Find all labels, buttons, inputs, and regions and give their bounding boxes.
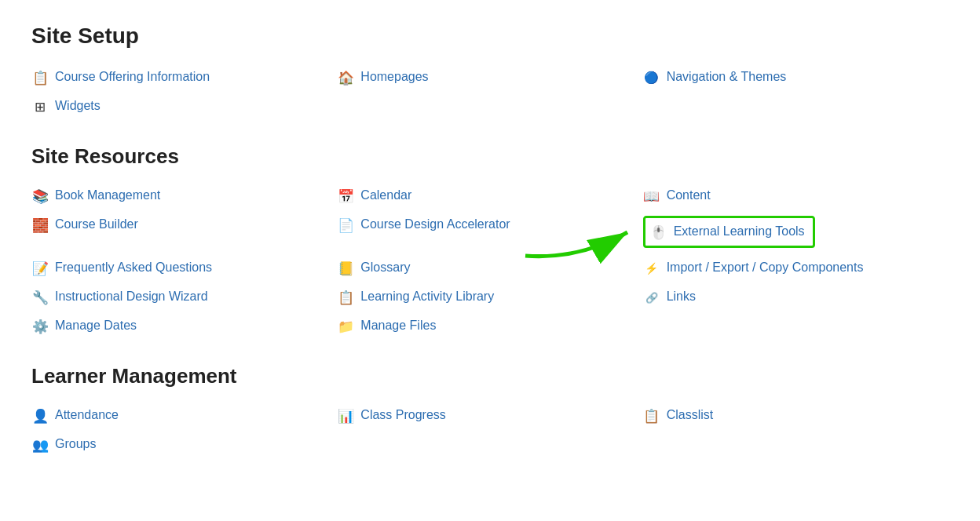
homepages-link[interactable]: Homepages: [360, 68, 428, 86]
faq-link[interactable]: Frequently Asked Questions: [55, 259, 212, 276]
instructional-design-wizard-link[interactable]: Instructional Design Wizard: [55, 288, 208, 305]
groups-icon: 👥: [31, 436, 49, 454]
book-management-link[interactable]: Book Management: [55, 187, 160, 204]
attendance-link[interactable]: Attendance: [55, 406, 119, 424]
navigation-themes-item: 🔵 Navigation & Themes: [643, 63, 949, 92]
glossary-link[interactable]: Glossary: [360, 259, 410, 276]
site-resources-grid: 📚 Book Management 📅 Calendar 📖 Content 🧱…: [31, 181, 949, 341]
navigation-themes-icon: 🔵: [643, 69, 660, 86]
links-item: 🔗 Links: [643, 282, 949, 312]
course-builder-link[interactable]: Course Builder: [55, 216, 138, 233]
site-setup-section: Site Setup 📋 Course Offering Information…: [31, 24, 949, 121]
import-export-link[interactable]: Import / Export / Copy Components: [667, 259, 864, 276]
manage-files-link[interactable]: Manage Files: [360, 317, 436, 334]
learning-activity-library-icon: 📋: [337, 289, 354, 306]
navigation-themes-link[interactable]: Navigation & Themes: [667, 68, 787, 86]
course-offering-info-icon: 📋: [31, 69, 49, 86]
manage-dates-item: ⚙️ Manage Dates: [31, 312, 337, 341]
import-export-icon: ⚡: [643, 260, 660, 277]
homepages-icon: 🏠: [337, 69, 354, 86]
external-learning-tools-item: 🖱️ External Learning Tools: [643, 210, 949, 253]
calendar-item: 📅 Calendar: [337, 181, 642, 210]
widgets-link[interactable]: Widgets: [55, 97, 101, 115]
widgets-icon: ⊞: [31, 98, 49, 115]
manage-dates-link[interactable]: Manage Dates: [55, 317, 137, 334]
faq-icon: 📝: [31, 260, 49, 277]
course-builder-icon: 🧱: [31, 217, 49, 234]
highlight-arrow: [517, 217, 635, 264]
site-resources-heading: Site Resources: [31, 144, 949, 169]
widgets-item: ⊞ Widgets: [31, 92, 337, 121]
manage-files-icon: 📁: [337, 318, 354, 335]
classlist-item: 📋 Classlist: [643, 401, 949, 430]
placeholder-item: [643, 312, 949, 341]
course-builder-item: 🧱 Course Builder: [31, 210, 337, 253]
external-learning-tools-highlight: 🖱️ External Learning Tools: [643, 216, 815, 248]
groups-item: 👥 Groups: [31, 430, 337, 459]
faq-item: 📝 Frequently Asked Questions: [31, 253, 337, 282]
book-management-item: 📚 Book Management: [31, 181, 337, 210]
site-resources-section: Site Resources 📚 Book Management 📅 Calen…: [31, 144, 949, 341]
class-progress-link[interactable]: Class Progress: [360, 406, 445, 424]
groups-link[interactable]: Groups: [55, 435, 96, 453]
classlist-icon: 📋: [643, 407, 660, 424]
learner-management-section: Learner Management 👤 Attendance 📊 Class …: [31, 364, 949, 459]
manage-dates-icon: ⚙️: [31, 318, 49, 335]
links-link[interactable]: Links: [667, 288, 696, 305]
learner-management-heading: Learner Management: [31, 364, 949, 388]
calendar-link[interactable]: Calendar: [360, 187, 411, 204]
learner-management-grid: 👤 Attendance 📊 Class Progress 📋 Classlis…: [31, 401, 949, 459]
content-link[interactable]: Content: [667, 187, 711, 204]
classlist-link[interactable]: Classlist: [667, 406, 714, 424]
homepages-item: 🏠 Homepages: [337, 63, 642, 92]
page-container: Site Setup 📋 Course Offering Information…: [31, 24, 949, 459]
site-setup-heading: Site Setup: [31, 24, 949, 49]
class-progress-item: 📊 Class Progress: [337, 401, 642, 430]
site-setup-grid: 📋 Course Offering Information 🏠 Homepage…: [31, 63, 949, 121]
course-offering-info-link[interactable]: Course Offering Information: [55, 68, 210, 86]
content-item: 📖 Content: [643, 181, 949, 210]
calendar-icon: 📅: [337, 188, 354, 205]
import-export-item: ⚡ Import / Export / Copy Components: [643, 253, 949, 282]
attendance-item: 👤 Attendance: [31, 401, 337, 430]
class-progress-icon: 📊: [337, 407, 354, 424]
links-icon: 🔗: [643, 289, 660, 306]
course-offering-info-item: 📋 Course Offering Information: [31, 63, 337, 92]
course-design-accelerator-link[interactable]: Course Design Accelerator: [360, 216, 510, 233]
attendance-icon: 👤: [31, 407, 49, 424]
content-icon: 📖: [643, 188, 660, 205]
book-management-icon: 📚: [31, 188, 49, 205]
instructional-design-wizard-item: 🔧 Instructional Design Wizard: [31, 282, 337, 312]
glossary-icon: 📒: [337, 260, 354, 277]
manage-files-item: 📁 Manage Files: [337, 312, 642, 341]
learning-activity-library-link[interactable]: Learning Activity Library: [360, 288, 494, 305]
course-design-accelerator-icon: 📄: [337, 217, 354, 234]
instructional-design-wizard-icon: 🔧: [31, 289, 49, 306]
external-learning-tools-icon: 🖱️: [650, 224, 667, 241]
external-learning-tools-link[interactable]: External Learning Tools: [674, 223, 805, 240]
learning-activity-library-item: 📋 Learning Activity Library: [337, 282, 642, 312]
